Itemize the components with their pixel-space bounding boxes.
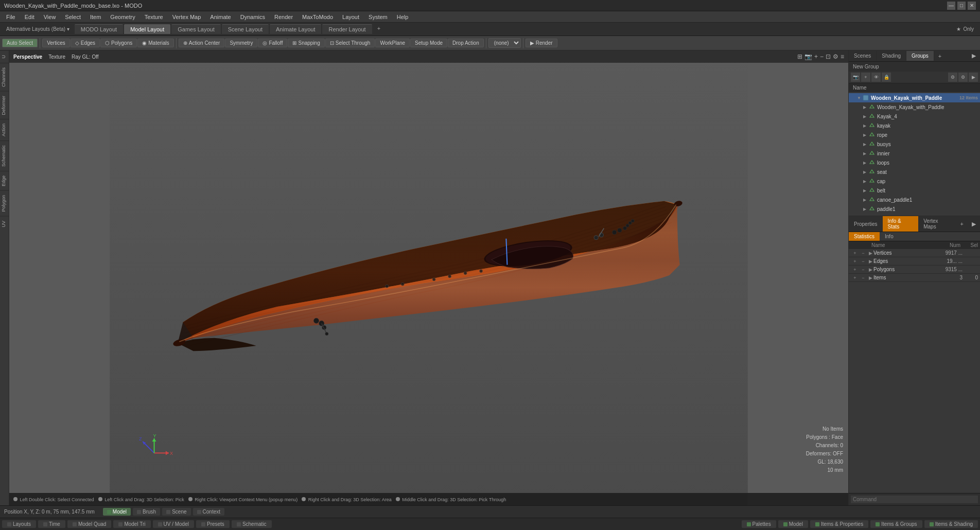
menu-item-view[interactable]: View <box>40 13 60 21</box>
viewport-3d[interactable]: Perspective Texture Ray GL: Off ⊞ 📷 + − … <box>9 50 848 505</box>
tree-item-kayak-4[interactable]: ▶ Kayak_4 <box>849 112 980 121</box>
mode-tab-context[interactable]: Context <box>193 508 224 516</box>
select-through-button[interactable]: ⊡ Select Through <box>325 39 375 47</box>
workplane-button[interactable]: WorkPlane <box>375 39 410 47</box>
menu-item-animate[interactable]: Animate <box>206 13 235 21</box>
viewport-menu-icon[interactable]: ≡ <box>841 53 844 60</box>
tree-item-canoe-paddle1[interactable]: ▶ canoe_paddle1 <box>849 195 980 204</box>
tree-expand-4[interactable]: ▶ <box>863 142 868 147</box>
bottom-right-btn-items-&-shading[interactable]: Items & Shading <box>924 520 978 528</box>
drop-action-button[interactable]: Drop Action <box>448 39 484 47</box>
tree-expand-6[interactable]: ▶ <box>863 161 868 165</box>
tree-expand-0[interactable]: ▶ <box>863 105 868 110</box>
tab-properties[interactable]: Properties <box>849 219 883 229</box>
viewport-maximize-icon[interactable]: ⊞ <box>797 53 802 60</box>
stats-minus-1[interactable]: − <box>859 259 867 264</box>
stats-expand-icon-2[interactable]: ▶ <box>867 267 873 272</box>
tree-item-paddle1[interactable]: ▶ paddle1 <box>849 204 980 214</box>
mode-tab-model[interactable]: Model <box>103 508 131 516</box>
stats-row-items[interactable]: + − ▶ Items 3 0 <box>849 274 980 282</box>
left-tab-schematic[interactable]: Schematic <box>0 140 9 171</box>
menu-item-edit[interactable]: Edit <box>21 13 39 21</box>
bottom-btn-presets[interactable]: Presets <box>196 520 230 528</box>
bottom-btn-model-quad[interactable]: Model Quad <box>67 520 111 528</box>
polygons-button[interactable]: ⬡ Polygons <box>100 39 137 47</box>
left-tab-deformer[interactable]: Deformer <box>0 91 9 119</box>
tree-expand-2[interactable]: ▶ <box>863 123 868 128</box>
stats-minus-0[interactable]: − <box>859 251 867 256</box>
mode-tab-brush[interactable]: Brush <box>133 508 160 516</box>
menu-item-select[interactable]: Select <box>61 13 85 21</box>
stats-row-edges[interactable]: + − ▶ Edges 19... ... <box>849 257 980 266</box>
layout-tab-render-layout[interactable]: Render Layout <box>322 24 372 34</box>
stats-expand-icon-0[interactable]: ▶ <box>867 251 873 256</box>
action-center-button[interactable]: ⊕ Action Center <box>179 39 225 47</box>
tree-expand-10[interactable]: ▶ <box>863 198 868 202</box>
layout-tab-model-layout[interactable]: Model Layout <box>124 24 170 34</box>
bottom-btn-model-tri[interactable]: Model Tri <box>113 520 150 528</box>
tab-info[interactable]: Info <box>880 232 899 241</box>
tab-vertex-maps[interactable]: Vertex Maps <box>918 216 956 232</box>
command-input[interactable] <box>851 496 978 503</box>
tab-statistics[interactable]: Statistics <box>849 232 880 241</box>
close-button[interactable]: ✕ <box>968 2 976 10</box>
tree-expand-1[interactable]: ▶ <box>863 114 868 119</box>
snapping-button[interactable]: ⊞ Snapping <box>288 39 324 47</box>
left-tab-u[interactable]: U <box>0 50 9 63</box>
maximize-button[interactable]: □ <box>957 2 966 10</box>
tree-expand-7[interactable]: ▶ <box>863 170 868 174</box>
panel-collapse-button[interactable]: ▶ <box>968 50 980 61</box>
scene-tool-eye[interactable]: 👁 <box>871 73 881 82</box>
menu-item-dynamics[interactable]: Dynamics <box>236 13 269 21</box>
bottom-btn-schematic[interactable]: Schematic <box>232 520 272 528</box>
menu-item-vertex map[interactable]: Vertex Map <box>168 13 205 21</box>
tree-item-cap[interactable]: ▶ cap <box>849 176 980 186</box>
minimize-button[interactable]: — <box>947 2 955 10</box>
symmetry-button[interactable]: Symmetry <box>225 39 257 47</box>
stats-add-tab[interactable]: + <box>956 219 968 229</box>
bottom-right-btn-items-&-groups[interactable]: Items & Groups <box>870 520 922 528</box>
tree-expand-11[interactable]: ▶ <box>863 207 868 211</box>
stats-collapse[interactable]: ▶ <box>968 219 980 229</box>
tree-item-seat[interactable]: ▶ seat <box>849 167 980 176</box>
scene-tool-collapse[interactable]: ▶ <box>969 73 978 82</box>
viewport-zoom-out-icon[interactable]: − <box>820 53 824 60</box>
layout-tab-animate-layout[interactable]: Animate Layout <box>270 24 321 34</box>
scene-tool-camera[interactable]: 📷 <box>851 73 860 82</box>
bottom-right-btn-items-&-properties[interactable]: Items & Properties <box>810 520 868 528</box>
vertices-button[interactable]: Vertices <box>42 39 70 47</box>
tree-expand-9[interactable]: ▶ <box>863 188 868 193</box>
stats-row-vertices[interactable]: + − ▶ Vertices 9917 ... <box>849 249 980 257</box>
menu-item-file[interactable]: File <box>2 13 20 21</box>
left-tab-edge[interactable]: Edge <box>0 171 9 190</box>
tree-item-belt[interactable]: ▶ belt <box>849 186 980 195</box>
scene-tool-lock[interactable]: 🔒 <box>882 73 891 82</box>
tree-item-rope[interactable]: ▶ rope <box>849 130 980 139</box>
stats-plus-0[interactable]: + <box>851 251 859 256</box>
bottom-right-btn-model[interactable]: Model <box>778 520 808 528</box>
stats-minus-2[interactable]: − <box>859 267 867 272</box>
panel-add-tab[interactable]: + <box>934 51 946 61</box>
bottom-btn-time[interactable]: Time <box>38 520 65 528</box>
menu-item-maxtomodo[interactable]: MaxToModo <box>298 13 337 21</box>
menu-item-item[interactable]: Item <box>86 13 105 21</box>
menu-item-texture[interactable]: Texture <box>141 13 167 21</box>
tab-shading[interactable]: Shading <box>877 51 906 61</box>
stats-plus-1[interactable]: + <box>851 259 859 264</box>
bottom-btn-uv-/-model[interactable]: UV / Model <box>153 520 194 528</box>
tree-item-buoys[interactable]: ▶ buoys <box>849 139 980 149</box>
tree-item-kayak[interactable]: ▶ kayak <box>849 121 980 130</box>
viewport-settings-icon[interactable]: ⚙ <box>833 53 838 60</box>
left-tab-channels[interactable]: Channels <box>0 63 9 91</box>
stats-minus-3[interactable]: − <box>859 275 867 280</box>
scene-tool-add[interactable]: + <box>861 73 870 82</box>
tree-expand-8[interactable]: ▶ <box>863 179 868 184</box>
tree-item-wooden-kayak-with-paddle[interactable]: ▶ Wooden_Kayak_with_Paddle <box>849 102 980 112</box>
tree-item-loops[interactable]: ▶ loops <box>849 158 980 167</box>
tree-item-innier[interactable]: ▶ innier <box>849 149 980 158</box>
edges-button[interactable]: ◇ Edges <box>71 39 100 47</box>
menu-item-help[interactable]: Help <box>393 13 413 21</box>
tab-groups[interactable]: Groups <box>906 51 934 61</box>
tab-scenes[interactable]: Scenes <box>849 51 877 61</box>
menu-item-render[interactable]: Render <box>270 13 297 21</box>
